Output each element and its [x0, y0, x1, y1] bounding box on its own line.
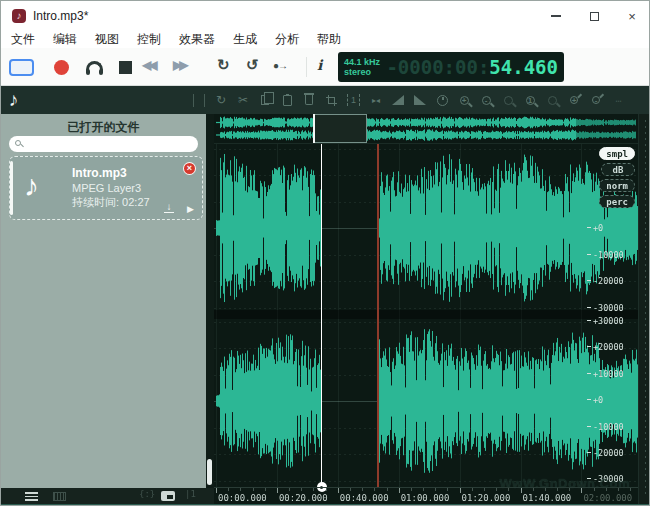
right-scroll-strip[interactable]	[638, 114, 650, 504]
timeline-minor-tick	[228, 488, 229, 491]
timeline-minor-tick	[411, 488, 412, 491]
toolbar-grip-icon[interactable]: ∙∙∙	[612, 93, 624, 107]
timeline-minor-tick	[472, 488, 473, 491]
timeline-minor-tick	[240, 488, 241, 491]
file-list-view-icon[interactable]	[25, 492, 38, 501]
menu-item-3[interactable]: 视图	[93, 31, 121, 48]
zoom-full-icon[interactable]	[504, 96, 513, 105]
fast-forward-button[interactable]: ▶▶	[173, 58, 185, 72]
unit-button-smpl[interactable]: smpl	[599, 147, 635, 160]
file-duration: 持续时间: 02:27	[72, 195, 150, 209]
audio-tab-note-icon[interactable]: ♪	[9, 89, 19, 111]
paste-icon[interactable]	[283, 95, 292, 106]
timeline-label: 00:20.000	[279, 493, 328, 503]
fade-in-icon[interactable]	[392, 95, 404, 105]
cut-icon[interactable]: ✂	[237, 93, 249, 107]
timeline-tick	[399, 488, 400, 493]
timeline-minor-tick	[484, 488, 485, 491]
meter-view-icon[interactable]: |1	[185, 489, 196, 499]
timeline-minor-tick	[313, 488, 314, 491]
zoom-selection-icon[interactable]	[548, 96, 557, 105]
crop-icon[interactable]	[326, 95, 336, 105]
vertical-scrollbar[interactable]	[206, 114, 214, 504]
file-play-icon[interactable]: ▶	[187, 204, 194, 214]
vertical-zoom-out-icon[interactable]: -	[592, 96, 600, 104]
main-waveform[interactable]	[214, 144, 638, 487]
unit-button-perc[interactable]: perc	[599, 195, 635, 208]
file-close-button[interactable]: ×	[183, 162, 196, 175]
time-readout: -0000:00:54.460	[384, 56, 558, 78]
timeline-ruler[interactable]: 00:00.00000:20.00000:40.00001:00.00001:2…	[214, 487, 638, 504]
playback-cursor-line[interactable]	[321, 144, 323, 487]
overview-selection-box[interactable]	[314, 114, 367, 143]
timeline-minor-tick	[289, 488, 290, 491]
copy-icon[interactable]	[261, 95, 269, 105]
zoom-one-to-one-icon[interactable]: 1	[526, 96, 535, 105]
timeline-minor-tick	[253, 488, 254, 491]
timeline-minor-tick	[265, 488, 266, 491]
menu-item-1[interactable]: 文件	[9, 31, 37, 48]
time-display: 44.1 kHz stereo -0000:00:54.460	[338, 52, 564, 82]
time-dim-digits: -0000:00:	[386, 56, 489, 78]
stop-button[interactable]	[119, 61, 132, 74]
record-button[interactable]	[54, 60, 69, 75]
delete-icon[interactable]	[305, 95, 313, 105]
menu-item-2[interactable]: 编辑	[51, 31, 79, 48]
file-download-icon[interactable]: ↓	[164, 202, 174, 213]
edit-toolbar-icons: ↻ ✂ 1 ▸◂ + - 1 + - ∙∙∙	[193, 86, 624, 114]
overview-cursor[interactable]	[313, 114, 315, 143]
unit-button-norm[interactable]: norm	[599, 179, 635, 192]
metadata-view-icon[interactable]: {:}	[139, 489, 155, 499]
file-list-item[interactable]: ♪ Intro.mp3 MPEG Layer3 持续时间: 02:27 × ↓ …	[9, 156, 203, 220]
menu-bar: 文件编辑视图控制效果器生成分析帮助	[1, 31, 650, 48]
timeline-tick	[460, 488, 461, 493]
fade-out-icon[interactable]	[414, 95, 426, 105]
close-button[interactable]: ×	[613, 1, 650, 31]
menu-item-7[interactable]: 分析	[273, 31, 301, 48]
edit-toolbar: ♪ ↻ ✂ 1 ▸◂ + - 1 + - ∙∙∙	[1, 86, 650, 114]
loop-button[interactable]: ↻	[217, 56, 230, 74]
transport-toolbar: ◀◀ ▶▶ ↻ ↺ ●→ i 44.1 kHz stereo -0000:00:…	[1, 48, 650, 86]
vertical-zoom-in-icon[interactable]: +	[570, 96, 578, 104]
headphones-monitor-icon[interactable]	[86, 61, 103, 71]
vertical-scrollbar-thumb[interactable]	[207, 459, 212, 485]
zoom-in-icon[interactable]: +	[460, 96, 469, 105]
info-button[interactable]: i	[317, 57, 322, 73]
trim-markers-icon[interactable]: ▸◂	[370, 93, 382, 107]
maximize-button[interactable]	[575, 1, 613, 31]
timeline-minor-tick	[447, 488, 448, 491]
overview-waveform[interactable]	[214, 115, 638, 143]
timeline-minor-tick	[362, 488, 363, 491]
time-value: 54.460	[489, 56, 558, 78]
menu-item-6[interactable]: 生成	[231, 31, 259, 48]
timeline-minor-tick	[533, 488, 534, 491]
minimize-icon	[551, 15, 561, 17]
zoom-out-icon[interactable]: -	[482, 96, 491, 105]
file-info: Intro.mp3 MPEG Layer3 持续时间: 02:27	[72, 166, 150, 209]
app-window: ♪ Intro.mp3* × 文件编辑视图控制效果器生成分析帮助 ◀◀ ▶▶ ↻…	[0, 0, 650, 506]
minimize-button[interactable]	[537, 1, 575, 31]
insert-silence-icon[interactable]: 1	[347, 94, 360, 106]
panel-view-icon[interactable]	[161, 491, 175, 501]
window-controls: ×	[537, 1, 650, 31]
menu-item-5[interactable]: 效果器	[177, 31, 217, 48]
rewind-button[interactable]: ◀◀	[142, 58, 154, 72]
loop-selection-button[interactable]: ↺	[246, 56, 259, 74]
play-from-cursor-button[interactable]: ●→	[273, 60, 287, 71]
waveform-panel: +0-10000-20000-30000+30000+20000+10000+0…	[214, 114, 638, 504]
timeline-minor-tick	[387, 488, 388, 491]
menu-item-8[interactable]: 帮助	[315, 31, 343, 48]
selection-tool-button[interactable]	[9, 59, 34, 76]
file-search-input[interactable]	[9, 136, 198, 152]
redo-icon[interactable]: ↻	[215, 93, 227, 107]
piano-keys-view-icon[interactable]	[53, 492, 66, 501]
timeline-minor-tick	[557, 488, 558, 491]
timeline-tick	[338, 488, 339, 493]
position-marker-line[interactable]	[377, 144, 379, 487]
unit-button-dB[interactable]: dB	[601, 163, 635, 176]
timeline-tick	[581, 488, 582, 493]
gain-knob-icon[interactable]	[437, 95, 448, 106]
file-format: MPEG Layer3	[72, 181, 150, 195]
menu-item-4[interactable]: 控制	[135, 31, 163, 48]
file-name: Intro.mp3	[72, 166, 150, 181]
